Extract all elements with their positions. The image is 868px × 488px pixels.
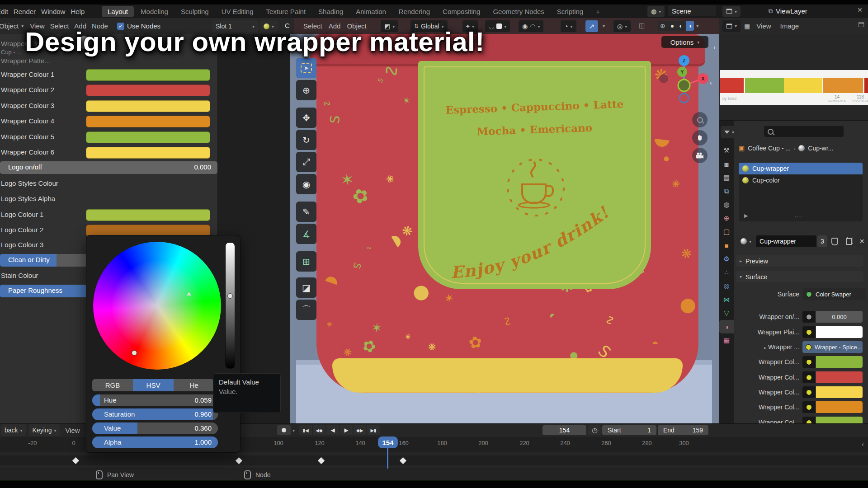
jump-to-end-button[interactable]: ▶▮ <box>367 425 380 435</box>
tab-view-layer[interactable]: ⧉ <box>719 184 734 198</box>
play-button[interactable]: ▶ <box>340 425 353 435</box>
wrapper-colour-6-swatch[interactable] <box>86 147 210 159</box>
wrapper-col-swatch-2[interactable] <box>816 371 863 383</box>
playhead-line[interactable] <box>387 447 388 469</box>
viewport-3d[interactable]: ✿❀✶●S◗∿❋✿❀✶●S◗∿❋✿❀✶●S◗∿❋✿❀✶●S◗∿❋✿❀✶●S◗∿❋… <box>290 34 719 423</box>
tab-render[interactable]: ◙ <box>719 157 734 171</box>
material-slot-cup-wrapper[interactable]: Cup-wrapper <box>739 163 863 174</box>
timeline-track[interactable] <box>0 452 868 469</box>
wrapper-col-swatch-3[interactable] <box>816 386 863 398</box>
tab-world[interactable]: ⊕ <box>719 211 734 225</box>
fake-user-button[interactable] <box>828 235 841 247</box>
screen-layout-button[interactable]: 🗔▾ <box>722 6 741 17</box>
shading-material-button[interactable]: ◐ <box>677 21 685 31</box>
workspace-tab-animation[interactable]: Animation <box>350 6 392 17</box>
socket-button[interactable] <box>802 356 815 368</box>
logo-colour-1-swatch[interactable] <box>86 209 210 221</box>
workspace-tab-shading[interactable]: Shading <box>312 6 349 17</box>
tab-material[interactable]: ◑ <box>719 320 734 333</box>
pan-hand-button[interactable] <box>692 130 708 145</box>
start-frame-field[interactable]: Start 1 <box>602 425 656 435</box>
add-workspace-button[interactable]: + <box>590 6 606 17</box>
tab-modifiers[interactable]: ⚙ <box>719 252 734 266</box>
surface-shader-button[interactable]: Color Swaper <box>802 288 866 300</box>
wrapper-colour-3-swatch[interactable] <box>86 100 210 112</box>
end-frame-field[interactable]: End 159 <box>658 425 708 435</box>
wrapper-colour-4-swatch[interactable] <box>86 116 210 127</box>
menu-render[interactable]: Render <box>11 8 38 15</box>
saturation-slider[interactable]: Saturation 0.960 <box>92 408 218 420</box>
tool-annotate[interactable]: ✎ <box>296 202 316 222</box>
hue-slider[interactable]: Hue 0.059 <box>92 394 218 406</box>
jump-to-start-button[interactable]: ▮◀ <box>299 425 312 435</box>
image-editor-type-button[interactable]: 🗔▾ <box>722 20 741 32</box>
xray-icon[interactable]: ◫ <box>639 22 645 29</box>
wrapper-col-swatch-1[interactable] <box>816 356 863 368</box>
preview-panel-header[interactable]: ▸ Preview <box>736 255 863 267</box>
picker-tab-hsv[interactable]: HSV <box>133 379 174 391</box>
workspace-tab-layout[interactable]: Layout <box>102 6 134 17</box>
material-name-field[interactable]: Cup-wrapper <box>756 235 816 247</box>
tool-add-cube[interactable]: ⊞ <box>296 251 316 272</box>
timeline-view-menu[interactable]: View <box>62 427 82 434</box>
shading-solid-button[interactable]: ● <box>668 21 676 31</box>
viewlayer-name[interactable]: ViewLayer <box>776 7 807 15</box>
workspace-tab-geometry-nodes[interactable]: Geometry Nodes <box>487 6 550 17</box>
tool-select-box[interactable]: ➤ <box>296 58 316 78</box>
socket-button[interactable] <box>802 311 815 323</box>
prev-keyframe-button[interactable]: ◀◆ <box>313 425 326 435</box>
tab-output[interactable]: ▤ <box>719 171 734 184</box>
image-menu-image[interactable]: Image <box>778 22 802 30</box>
value-slider[interactable]: Value 0.360 <box>92 422 218 434</box>
scene-browse-button[interactable]: ◍▾ <box>647 6 665 17</box>
overlays-dropdown[interactable]: ◎▾ <box>613 20 631 32</box>
material-browse-button[interactable]: ▾ <box>737 235 755 248</box>
image-menu-view[interactable]: View <box>754 22 774 30</box>
image-view-mode-icon[interactable]: ▦ <box>744 23 750 30</box>
wrapper-colour-1-swatch[interactable] <box>86 69 210 81</box>
properties-filter-button[interactable]: ▾ <box>721 126 738 138</box>
scene-field[interactable]: Scene <box>668 5 716 16</box>
wrapper-plain-swatch[interactable] <box>816 326 863 338</box>
logo-on-off-slider[interactable]: Logo on/off 0.000 <box>0 161 217 174</box>
timeline-scroll-chevron[interactable]: ‹ <box>862 441 864 448</box>
socket-button[interactable] <box>802 386 815 398</box>
current-frame-field[interactable]: 154 <box>542 425 586 435</box>
value-slider-handle[interactable] <box>227 293 233 299</box>
picker-tab-rgb[interactable]: RGB <box>92 379 133 391</box>
menu-window[interactable]: Window <box>38 8 68 15</box>
alpha-slider[interactable]: Alpha 1.000 <box>92 436 218 448</box>
tab-object[interactable]: ■ <box>719 239 734 252</box>
navigation-gizmo[interactable]: Y X Z <box>652 50 715 108</box>
workspace-tab-rendering[interactable]: Rendering <box>393 6 436 17</box>
image-editor-canvas[interactable]: by krisd 14 COMMENTS 113 FAVORITES <box>719 34 868 121</box>
tool-extra-1[interactable]: ◪ <box>296 277 316 298</box>
menu-help[interactable]: Help <box>68 8 87 15</box>
region-expand-chevron[interactable]: › <box>713 44 716 51</box>
slots-expand-icon[interactable]: ▶ <box>744 213 748 219</box>
image-pin-icon[interactable]: 🗖 <box>858 21 864 28</box>
wheel-cursor[interactable] <box>132 350 137 356</box>
hsv-color-wheel[interactable] <box>93 242 221 370</box>
tab-physics[interactable]: ◎ <box>719 279 734 293</box>
tab-constraints[interactable]: ⋈ <box>719 293 734 306</box>
wrapper-colour-5-swatch[interactable] <box>86 131 210 143</box>
workspace-tab-texture-paint[interactable]: Texture Paint <box>260 6 312 17</box>
next-keyframe-button[interactable]: ◆▶ <box>354 425 366 435</box>
tool-cursor[interactable]: ⊕ <box>296 80 316 100</box>
use-preview-range-button[interactable]: ◷ <box>588 425 601 435</box>
properties-search-field[interactable] <box>764 126 844 137</box>
viewlayer-close-icon[interactable]: ✕ <box>857 6 863 14</box>
auto-keying-button[interactable] <box>277 425 291 435</box>
workspace-tab-uv-editing[interactable]: UV Editing <box>216 6 259 17</box>
workspace-tab-scripting[interactable]: Scripting <box>551 6 589 17</box>
material-users-button[interactable]: 3 <box>817 235 827 247</box>
play-reverse-button[interactable]: ◀ <box>326 425 339 435</box>
region-collapse-chevron[interactable]: ‹ <box>710 79 712 86</box>
zoom-button[interactable] <box>692 112 708 127</box>
socket-button[interactable] <box>802 371 815 383</box>
camera-view-button[interactable] <box>692 148 708 163</box>
tab-collection[interactable]: ▢ <box>719 225 734 239</box>
tab-texture[interactable]: ▦ <box>719 333 734 347</box>
menu-edit[interactable]: Edit <box>0 8 11 15</box>
